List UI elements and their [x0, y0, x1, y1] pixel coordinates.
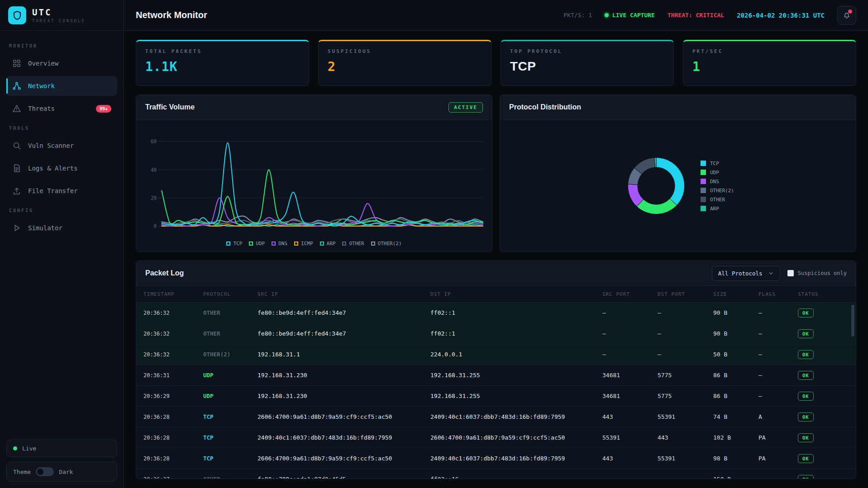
- cell-dst_ip: ff02::16: [430, 476, 602, 479]
- series-udp: [162, 170, 483, 225]
- search-icon: [12, 141, 21, 150]
- status-badge: OK: [798, 433, 814, 442]
- cell-size: 86 B: [713, 393, 758, 399]
- table-scrollbar[interactable]: [851, 305, 854, 336]
- packet-row: 20:36:29UDP192.168.31.230192.168.31.2553…: [136, 386, 856, 407]
- packet-table-body: 20:36:32OTHERfe80::be9d:4eff:fed4:34e7ff…: [136, 303, 856, 479]
- cell-src_port: 34681: [602, 393, 658, 399]
- legend-item-icmp[interactable]: ICMP: [294, 241, 313, 246]
- protocol-distribution-header: Protocol Distribution: [500, 95, 856, 120]
- sidebar-footer: Live Theme Dark: [0, 433, 124, 488]
- cell-flags: —: [758, 309, 798, 316]
- sidebar-item-logs-alerts[interactable]: Logs & Alerts: [6, 158, 117, 178]
- cell-flags: —: [758, 393, 798, 399]
- legend-item-tcp[interactable]: TCP: [701, 161, 734, 166]
- cell-timestamp: 20:36:32: [143, 310, 203, 316]
- packet-row: 20:36:31UDP192.168.31.230192.168.31.2553…: [136, 365, 856, 386]
- cell-src_ip: fe80::be9d:4eff:fed4:34e7: [258, 309, 430, 316]
- legend-item-arp[interactable]: ARP: [701, 206, 734, 212]
- legend-item-other[interactable]: OTHER: [701, 197, 734, 203]
- packet-row: 20:36:28TCP2409:40c1:6037:dbb7:483d:16b:…: [136, 427, 856, 448]
- live-capture-label: LIVE CAPTURE: [612, 12, 655, 19]
- stat-value: TCP: [510, 59, 664, 74]
- legend-item-tcp[interactable]: TCP: [226, 241, 242, 246]
- cell-timestamp: 20:36:28: [143, 455, 203, 462]
- legend-swatch-icon: [272, 242, 276, 246]
- protocol-donut-chart: [622, 152, 691, 220]
- legend-label: OTHER: [710, 197, 725, 203]
- column-header-dst-ip: DST IP: [430, 291, 602, 297]
- theme-toggle[interactable]: [36, 467, 54, 476]
- column-header-src-ip: SRC IP: [258, 291, 430, 297]
- legend-item-dns[interactable]: DNS: [272, 241, 287, 246]
- suspicious-checkbox[interactable]: [787, 270, 794, 276]
- cell-src_ip: 2606:4700:9a61:d8b7:9a59:cf9:ccf5:ac50: [258, 455, 430, 462]
- cell-dst_port: 5775: [658, 372, 713, 379]
- sidebar-item-file-transfer[interactable]: File Transfer: [6, 181, 117, 201]
- svg-text:20: 20: [151, 194, 157, 201]
- cell-dst_port: 55391: [658, 455, 713, 462]
- nav-section-label: CONFIG: [9, 208, 114, 213]
- sidebar-item-overview[interactable]: Overview: [6, 53, 117, 73]
- legend-item-other-2[interactable]: OTHER(2): [371, 241, 402, 246]
- cell-size: 74 B: [713, 413, 758, 420]
- protocol-filter-value: All Protocols: [718, 270, 763, 277]
- sidebar-item-vuln-scanner[interactable]: Vuln Scanner: [6, 136, 117, 156]
- cell-status: OK: [798, 412, 849, 422]
- legend-swatch-icon: [371, 242, 375, 246]
- cell-status: OK: [798, 392, 849, 401]
- notifications-button[interactable]: [837, 6, 856, 25]
- stat-card-pkt-sec: PKT/SEC1: [683, 40, 856, 86]
- legend-swatch-icon: [701, 206, 706, 211]
- svg-text:0: 0: [154, 223, 157, 230]
- legend-swatch-icon: [701, 161, 706, 166]
- live-capture-status: LIVE CAPTURE: [605, 12, 655, 19]
- protocol-filter-select[interactable]: All Protocols: [712, 266, 780, 281]
- legend-swatch-icon: [226, 242, 230, 246]
- nav-section-label: TOOLS: [9, 126, 114, 131]
- cell-src_port: 443: [602, 413, 658, 420]
- cell-protocol: OTHER(2): [203, 351, 258, 358]
- legend-item-other[interactable]: OTHER: [342, 241, 364, 246]
- sidebar-item-simulator[interactable]: Simulator: [6, 218, 117, 238]
- theme-label: Theme: [13, 469, 31, 475]
- cell-protocol: OTHER: [203, 309, 258, 316]
- cell-status: OK: [798, 433, 849, 442]
- sidebar-item-label: File Transfer: [28, 187, 78, 194]
- cell-size: 102 B: [713, 434, 758, 441]
- cell-dst_ip: ff02::1: [430, 309, 602, 316]
- packet-log-card: Packet Log All Protocols Suspicious only: [136, 261, 856, 479]
- cell-src_ip: fe80::799e:ada1:87d0:45d5: [258, 476, 430, 479]
- charts-row: Traffic Volume ACTIVE 0204060 TCPUDPDNSI…: [136, 95, 856, 252]
- packet-log-header: Packet Log All Protocols Suspicious only: [136, 261, 856, 286]
- cell-src_port: —: [602, 351, 658, 358]
- suspicious-only-filter[interactable]: Suspicious only: [787, 270, 847, 276]
- sidebar-item-network[interactable]: Network: [6, 76, 117, 96]
- cell-src_port: —: [602, 330, 658, 337]
- traffic-chart-body: 0204060 TCPUDPDNSICMPARPOTHEROTHER(2): [136, 120, 492, 252]
- donut-slice-udp: [637, 199, 677, 214]
- protocol-chart-body: TCPUDPDNSOTHER(2)OTHERARP: [500, 120, 856, 252]
- utc-clock: 2026-04-02 20:36:31 UTC: [737, 12, 825, 19]
- status-badge: OK: [798, 308, 814, 317]
- legend-label: TCP: [710, 161, 719, 166]
- document-icon: [12, 164, 21, 173]
- cell-status: OK: [798, 329, 849, 338]
- legend-item-udp[interactable]: UDP: [701, 170, 734, 175]
- column-header-src-port: SRC PORT: [602, 291, 658, 297]
- packet-row: 20:36:28TCP2606:4700:9a61:d8b7:9a59:cf9:…: [136, 448, 856, 469]
- stat-label: SUSPICIOUS: [328, 48, 482, 54]
- legend-item-other-2[interactable]: OTHER(2): [701, 188, 734, 194]
- series-tcp: [162, 143, 483, 225]
- legend-swatch-icon: [294, 242, 298, 246]
- legend-item-udp[interactable]: UDP: [249, 241, 265, 246]
- column-header-timestamp: TIMESTAMP: [143, 291, 203, 297]
- legend-swatch-icon: [342, 242, 346, 246]
- cell-dst_ip: ff02::1: [430, 330, 602, 337]
- sidebar-item-label: Threats: [28, 105, 55, 112]
- legend-item-arp[interactable]: ARP: [320, 241, 336, 246]
- sidebar-item-threats[interactable]: Threats99+: [6, 99, 117, 118]
- pkt-rate: PKT/S: 1: [563, 12, 592, 19]
- legend-label: UDP: [256, 241, 265, 246]
- legend-item-dns[interactable]: DNS: [701, 179, 734, 185]
